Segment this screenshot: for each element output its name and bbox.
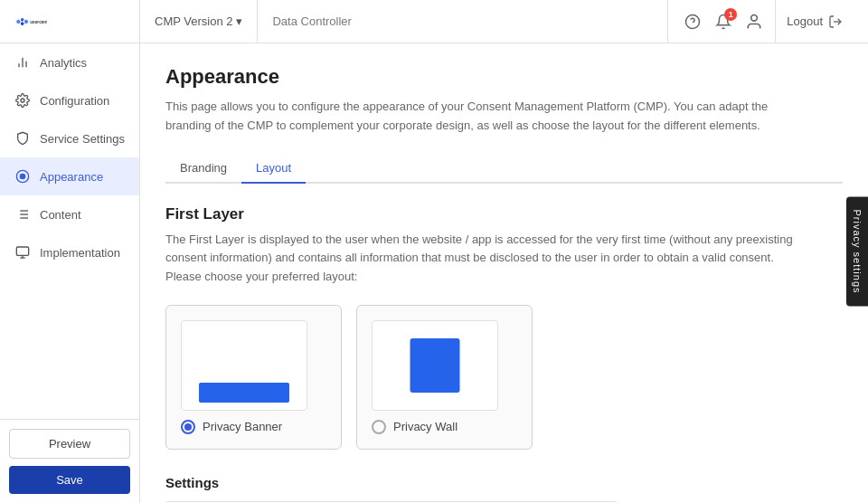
preview-button[interactable]: Preview [9,429,130,459]
layout-options: Privacy Banner Privacy Wall [165,305,843,450]
svg-rect-21 [16,247,28,255]
notification-badge: 1 [724,8,737,21]
sidebar-content-label: Content [40,208,81,222]
tab-branding[interactable]: Branding [165,154,241,184]
svg-point-2 [24,19,28,23]
sidebar-item-content[interactable]: Content [0,195,139,233]
header-center: Data Controller [258,14,667,28]
chart-icon [14,54,31,71]
save-button[interactable]: Save [9,466,130,494]
svg-point-3 [21,22,24,25]
privacy-banner-preview [181,320,307,411]
first-layer-title: First Layer [165,205,843,223]
header-actions: 1 Logout [667,0,868,43]
main-layout: Analytics Configuration Service Set [0,43,868,503]
logout-label: Logout [787,14,823,28]
logout-button[interactable]: Logout [775,0,854,43]
privacy-settings-tab[interactable]: Privacy settings [846,196,868,306]
svg-point-12 [21,99,24,102]
implementation-icon [14,244,31,261]
privacy-settings-tab-label: Privacy settings [852,209,863,293]
svg-point-7 [751,14,758,21]
content-area: Appearance This page allows you to confi… [140,43,868,503]
svg-text:usercentrics: usercentrics [30,19,47,24]
tab-layout[interactable]: Layout [241,154,306,184]
svg-point-14 [20,174,24,178]
sidebar-appearance-label: Appearance [40,170,103,184]
notification-icon[interactable]: 1 [713,12,733,32]
privacy-wall-label: Privacy Wall [393,420,458,433]
logo-area: usercentrics [0,0,140,43]
sidebar-item-appearance[interactable]: Appearance [0,157,139,195]
svg-point-1 [21,18,24,22]
header: usercentrics CMP Version 2 ▾ Data Contro… [0,0,868,43]
content-icon [14,206,31,223]
sidebar-item-configuration[interactable]: Configuration [0,81,139,119]
cmp-dropdown-icon: ▾ [236,14,242,28]
privacy-banner-radio[interactable] [181,420,195,434]
sidebar-service-settings-label: Service Settings [40,132,125,146]
gear-icon [14,92,31,109]
banner-shape [199,383,289,403]
page-description: This page allows you to configure the ap… [165,98,798,136]
privacy-wall-option[interactable]: Privacy Wall [356,305,533,450]
sidebar-configuration-label: Configuration [40,94,109,108]
svg-point-0 [16,19,20,23]
cmp-version-selector[interactable]: CMP Version 2 ▾ [140,0,258,43]
sidebar-wrapper: Analytics Configuration Service Set [0,43,140,503]
sidebar-item-service-settings[interactable]: Service Settings [0,119,139,157]
help-icon[interactable] [683,12,703,32]
first-layer-description: The First Layer is displayed to the user… [165,231,798,287]
privacy-wall-label-row: Privacy Wall [372,420,517,434]
sidebar-analytics-label: Analytics [40,56,87,70]
page-title: Appearance [165,65,843,89]
sidebar-item-implementation[interactable]: Implementation [0,233,139,271]
privacy-banner-label-row: Privacy Banner [181,420,326,434]
tabs-bar: Branding Layout [165,154,843,184]
privacy-banner-option[interactable]: Privacy Banner [165,305,342,450]
data-controller-label: Data Controller [272,14,351,28]
settings-title: Settings [165,475,843,490]
usercentrics-logo: usercentrics [14,5,47,38]
sidebar-item-analytics[interactable]: Analytics [0,43,139,81]
cmp-version-label: CMP Version 2 [155,14,232,28]
privacy-wall-radio[interactable] [372,420,386,434]
privacy-wall-preview [372,320,498,411]
privacy-banner-label: Privacy Banner [203,420,282,433]
sidebar-implementation-label: Implementation [40,246,120,260]
shield-icon [14,130,31,147]
bottom-actions: Preview Save [0,419,140,503]
sidebar: Analytics Configuration Service Set [0,43,140,419]
account-icon[interactable] [744,12,764,32]
appearance-icon [14,168,31,185]
wall-shape [410,338,460,393]
